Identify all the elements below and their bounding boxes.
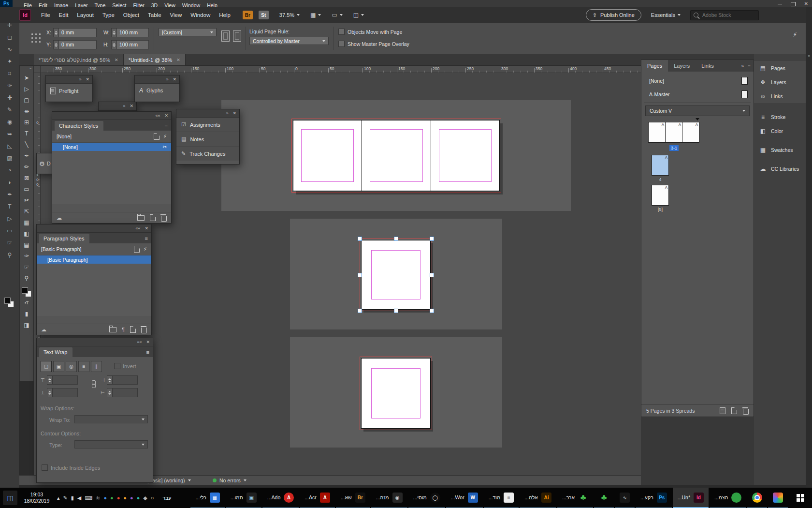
quick-selection-tool[interactable]: ✦ bbox=[4, 55, 15, 67]
taskbar-button-groove-music[interactable]: ...מוסי◯ bbox=[408, 488, 445, 508]
panel-menu-icon[interactable]: ≡ bbox=[145, 236, 148, 241]
checkbox-icon[interactable] bbox=[338, 29, 345, 35]
tab-pages[interactable]: Pages bbox=[641, 60, 668, 72]
dodge-tool[interactable]: ◗ bbox=[4, 176, 15, 188]
page-5[interactable] bbox=[361, 358, 431, 429]
rectangle-frame-tool[interactable]: ⊠ bbox=[21, 172, 32, 183]
taskbar-button-clover-green-only[interactable]: ♣ bbox=[594, 488, 614, 508]
fill-color-swatch[interactable] bbox=[22, 287, 28, 294]
style-group-icon[interactable] bbox=[109, 327, 116, 332]
hand-tool[interactable]: ☞ bbox=[21, 261, 32, 272]
zoom-tool[interactable]: ⚲ bbox=[21, 272, 32, 284]
green-app-icon[interactable]: ● bbox=[110, 495, 114, 501]
collapse-dock-icon[interactable]: « bbox=[808, 54, 810, 58]
dock-item-cc-libraries[interactable]: ☁CC Libraries bbox=[754, 162, 806, 176]
menu-window[interactable]: Window bbox=[186, 7, 215, 23]
selection-tool[interactable]: ➤ bbox=[21, 72, 32, 83]
ps-menu-window[interactable]: Window bbox=[179, 0, 203, 7]
glyphs-tab[interactable]: Glyphs bbox=[146, 88, 163, 93]
gradient-feather-tool[interactable]: ◧ bbox=[21, 228, 32, 239]
collapse-panel-icon[interactable]: «« bbox=[155, 113, 160, 118]
lasso-tool[interactable]: ∿ bbox=[4, 43, 15, 55]
ps-menu-file[interactable]: File bbox=[20, 0, 35, 7]
taskbar-button-adobe-red[interactable]: ...AdoA bbox=[262, 488, 299, 508]
eyedropper-tool[interactable]: ✑ bbox=[21, 250, 32, 261]
quick-apply-icon[interactable]: ⚡ bbox=[163, 134, 167, 140]
collapse-toolbar-icon[interactable]: » bbox=[29, 66, 33, 72]
paragraph-styles-tab[interactable]: Paragraph Styles bbox=[39, 234, 89, 243]
document-tab[interactable]: *קטלוג ספרי לימוד.indd @ 56% ✕ bbox=[34, 54, 124, 65]
page-4-selected[interactable] bbox=[361, 240, 431, 310]
close-panel-icon[interactable]: ✕ bbox=[232, 111, 236, 116]
ps-menu-filter[interactable]: Filter bbox=[130, 0, 147, 7]
pen-tool[interactable]: ✒ bbox=[21, 150, 32, 161]
collapse-panel-icon[interactable]: » bbox=[79, 77, 81, 82]
network-icon[interactable]: ≋ bbox=[96, 495, 100, 501]
page-2[interactable] bbox=[362, 120, 431, 191]
view-options-dropdown[interactable]: ▦ bbox=[310, 12, 321, 18]
page-size-preset-dropdown[interactable]: [Custom] bbox=[159, 28, 217, 36]
edit-page-size-icon[interactable] bbox=[720, 407, 725, 414]
panel-tab-notes[interactable]: ▤Notes bbox=[176, 132, 239, 147]
brush-tool[interactable]: ✎ bbox=[4, 104, 15, 116]
cc-sync-icon[interactable]: ☁ bbox=[57, 215, 62, 221]
stock-search-input[interactable] bbox=[701, 12, 748, 18]
close-panel-icon[interactable]: ✕ bbox=[145, 226, 148, 231]
content-collector-tool[interactable]: ⊞ bbox=[21, 117, 32, 128]
stepper-icon[interactable] bbox=[112, 29, 117, 37]
crop-tool[interactable]: ⌗ bbox=[4, 67, 15, 79]
taskbar-button-blue-grid[interactable]: ...כלי▦ bbox=[190, 488, 224, 508]
type-tool[interactable]: T bbox=[21, 128, 32, 139]
character-style-row-selected[interactable]: [None] ✂ bbox=[52, 143, 171, 151]
hidden-icons-chevron-icon[interactable]: ▴ bbox=[57, 495, 60, 501]
note-tool[interactable]: ▤ bbox=[21, 239, 32, 250]
left-offset-field[interactable]: ⊣ bbox=[101, 375, 138, 385]
delete-page-icon[interactable] bbox=[743, 409, 749, 415]
taskbar-button-acrobat-red[interactable]: ...AcrA bbox=[300, 488, 335, 508]
spread1-page-thumbnail[interactable]: A bbox=[665, 122, 682, 143]
menu-help[interactable]: Help bbox=[215, 7, 235, 23]
panel-tab-assignments[interactable]: ☑Assignments bbox=[176, 118, 239, 132]
ps-menu-layer[interactable]: Layer bbox=[72, 0, 91, 7]
eraser-tool[interactable]: ◺ bbox=[4, 140, 15, 152]
collapse-panel-icon[interactable]: «« bbox=[135, 226, 140, 231]
close-panel-icon[interactable]: ✕ bbox=[86, 77, 89, 82]
ps-close-icon[interactable]: ✕ bbox=[804, 1, 808, 6]
top-offset-field[interactable]: ⊤ bbox=[41, 375, 78, 385]
ps-menu-select[interactable]: Select bbox=[109, 0, 130, 7]
keyboard-icon[interactable]: ⌨ bbox=[85, 495, 92, 501]
pencil-tool[interactable]: ✏ bbox=[21, 161, 32, 172]
right-offset-field[interactable]: ⊢ bbox=[101, 388, 138, 397]
menu-table[interactable]: Table bbox=[144, 7, 166, 23]
healing-brush-tool[interactable]: ✚ bbox=[4, 91, 15, 104]
close-panel-icon[interactable]: ✕ bbox=[164, 113, 168, 118]
dock-item-pages[interactable]: ▤Pages bbox=[754, 61, 806, 75]
publish-online-button[interactable]: ⇧ Publish Online bbox=[586, 9, 641, 21]
panel-menu-icon[interactable]: ≡ bbox=[146, 349, 149, 355]
style-group-icon[interactable] bbox=[137, 215, 145, 221]
apply-color-icon[interactable]: ▮ bbox=[21, 308, 32, 319]
history-brush-tool[interactable]: ➥ bbox=[4, 128, 15, 140]
hand-tool[interactable]: ☞ bbox=[4, 237, 15, 249]
delete-style-icon[interactable] bbox=[161, 216, 167, 222]
taskbar-button-photos-dark[interactable]: ...תמו▣ bbox=[226, 488, 261, 508]
foreground-color-swatch[interactable] bbox=[4, 298, 11, 304]
ps-color-swatches[interactable] bbox=[4, 298, 14, 307]
contour-type-dropdown[interactable] bbox=[74, 440, 148, 448]
clone-stamp-tool[interactable]: ◉ bbox=[4, 116, 15, 128]
page4-label[interactable]: 4 bbox=[652, 177, 669, 182]
orange-app-icon[interactable]: ● bbox=[123, 495, 127, 501]
checkbox-icon[interactable] bbox=[42, 464, 48, 471]
page4-thumbnail-selected[interactable]: A bbox=[652, 155, 669, 176]
path-selection-tool[interactable]: ▷ bbox=[4, 212, 15, 224]
bridge-button[interactable]: Br bbox=[243, 11, 253, 19]
menu-edit[interactable]: Edit bbox=[55, 7, 73, 23]
spread1-page-thumbnail[interactable]: A bbox=[682, 122, 699, 143]
preflight-profile-dropdown[interactable]: [Basic] (working) bbox=[147, 476, 191, 485]
screen-mode-icon[interactable]: ◨ bbox=[21, 319, 32, 330]
collapse-panel-icon[interactable]: » bbox=[741, 63, 744, 69]
spread1-page-thumbnail[interactable]: A bbox=[648, 122, 666, 143]
page-3[interactable] bbox=[431, 120, 499, 191]
close-panel-icon[interactable]: ✕ bbox=[146, 340, 150, 344]
arrange-documents-dropdown[interactable]: ◫ bbox=[353, 12, 364, 18]
